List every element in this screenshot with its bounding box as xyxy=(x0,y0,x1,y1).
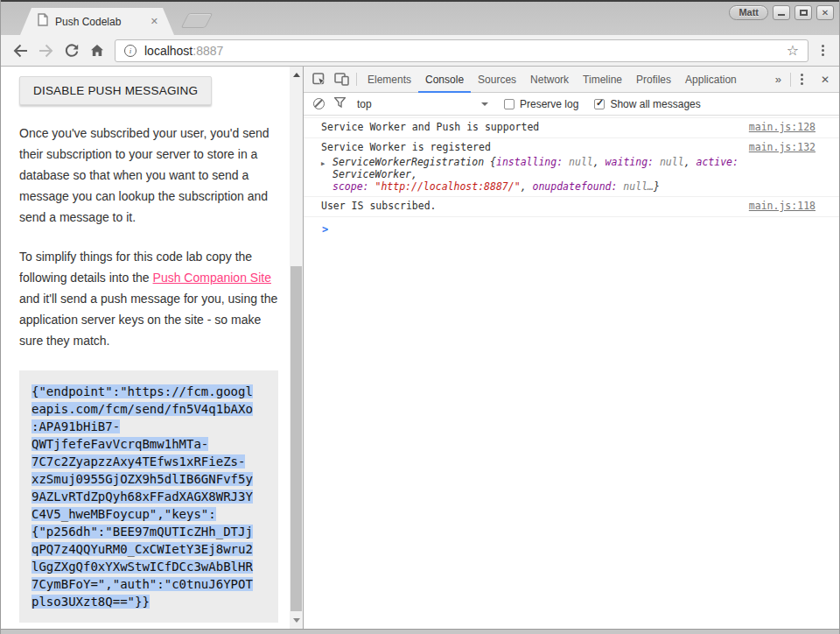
source-link[interactable]: main.js:118 xyxy=(749,200,816,213)
object-preview: ▶ServiceWorkerRegistration {installing: … xyxy=(321,156,747,193)
paragraph-companion: To simplify things for this code lab cop… xyxy=(19,246,278,351)
window-maximize-button[interactable] xyxy=(794,5,812,20)
object-value: ServiceWorker xyxy=(332,168,411,180)
console-message-text: Service Worker is registered xyxy=(321,141,491,153)
filter-icon[interactable] xyxy=(334,97,346,110)
window-frame-bottom xyxy=(1,629,839,634)
object-property: waiting: xyxy=(606,156,654,168)
scroll-up-arrow-icon[interactable] xyxy=(290,68,303,81)
address-bar[interactable]: i localhost:8887 ☆ xyxy=(115,39,808,62)
page-scrollbar[interactable] xyxy=(290,67,303,629)
window-minimize-button[interactable] xyxy=(773,5,790,20)
devtools-panel: Elements Console Sources Network Timelin… xyxy=(303,67,839,629)
object-brace: } xyxy=(654,180,660,193)
devtools-close-icon[interactable]: ✕ xyxy=(811,74,839,86)
url-text: localhost:8887 xyxy=(144,44,223,58)
object-separator: , xyxy=(684,156,696,168)
url-host: localhost xyxy=(144,44,192,58)
preserve-log-option[interactable]: Preserve log xyxy=(504,98,578,110)
forward-button[interactable] xyxy=(33,39,59,63)
divider xyxy=(790,73,791,87)
source-link[interactable]: main.js:132 xyxy=(749,141,816,154)
tab-application[interactable]: Application xyxy=(678,67,744,92)
object-property: active: xyxy=(696,156,738,168)
scroll-down-arrow-icon[interactable] xyxy=(290,614,303,626)
tab-close-icon[interactable]: ✕ xyxy=(149,15,160,28)
object-property: scope: xyxy=(332,180,369,193)
divider xyxy=(356,73,357,86)
paragraph-subscription: Once you've subscribed your user, you'd … xyxy=(19,123,278,228)
execution-context-label: top xyxy=(357,98,481,110)
object-property: onupdatefound: xyxy=(533,180,618,193)
content-area: DISABLE PUSH MESSAGING Once you've subsc… xyxy=(1,67,839,629)
console-log: Service Worker and Push is supported mai… xyxy=(304,116,839,629)
prompt-chevron-icon: > xyxy=(322,223,328,236)
object-brace: { xyxy=(484,156,496,168)
new-tab-button[interactable] xyxy=(181,13,214,28)
show-all-messages-label: Show all messages xyxy=(610,98,700,110)
object-property: installing: xyxy=(496,156,563,168)
window-close-button[interactable]: ✕ xyxy=(816,5,834,20)
console-prompt[interactable]: > xyxy=(304,217,839,236)
devtools-menu-icon[interactable] xyxy=(793,74,811,85)
profile-button[interactable]: Matt xyxy=(729,5,768,20)
selected-code-text: {"endpoint":"https://fcm.googl eapis.com… xyxy=(32,384,253,609)
object-separator: , xyxy=(593,156,606,168)
object-separator: , xyxy=(521,180,533,193)
page-favicon-icon xyxy=(38,13,48,30)
tab-network[interactable]: Network xyxy=(523,67,576,92)
web-page: DISABLE PUSH MESSAGING Once you've subsc… xyxy=(1,67,290,629)
show-all-messages-checkbox[interactable] xyxy=(594,99,605,109)
tab-strip: Push Codelab ✕ Matt ✕ xyxy=(1,0,839,35)
scrollbar-thumb[interactable] xyxy=(290,266,302,611)
devtools-tabbar-right: » ✕ xyxy=(768,67,839,92)
expand-triangle-icon[interactable]: ▶ xyxy=(321,158,325,170)
browser-tab[interactable]: Push Codelab ✕ xyxy=(20,8,174,35)
show-all-messages-option[interactable]: Show all messages xyxy=(594,98,700,110)
tab-elements[interactable]: Elements xyxy=(360,67,418,92)
browser-window: Push Codelab ✕ Matt ✕ i localhost:8887 ☆ xyxy=(0,0,840,634)
console-message: User IS subscribed. main.js:118 xyxy=(304,197,839,217)
console-message: Service Worker is registered main.js:132… xyxy=(304,138,839,197)
tab-profiles[interactable]: Profiles xyxy=(629,67,678,92)
push-companion-site-link[interactable]: Push Companion Site xyxy=(153,271,271,285)
subscription-code-block: {"endpoint":"https://fcm.googl eapis.com… xyxy=(19,370,278,623)
disable-push-button[interactable]: DISABLE PUSH MESSAGING xyxy=(19,76,212,105)
inspect-element-icon[interactable] xyxy=(307,67,330,92)
console-message: Service Worker and Push is supported mai… xyxy=(304,118,839,138)
object-value-null: null xyxy=(563,156,593,168)
back-button[interactable] xyxy=(8,39,33,63)
console-message-text: User IS subscribed. xyxy=(321,200,437,212)
tab-sources[interactable]: Sources xyxy=(471,67,523,92)
minimize-icon xyxy=(778,14,785,16)
device-toolbar-icon[interactable] xyxy=(330,67,353,92)
page-info-icon[interactable]: i xyxy=(124,45,136,57)
source-link[interactable]: main.js:128 xyxy=(749,121,816,134)
bookmark-star-icon[interactable]: ☆ xyxy=(787,44,799,58)
home-button[interactable] xyxy=(84,39,109,63)
object-class-name: ServiceWorkerRegistration xyxy=(332,156,484,168)
chevron-down-icon xyxy=(481,102,488,106)
reload-button[interactable] xyxy=(59,39,84,63)
window-controls: Matt ✕ xyxy=(729,5,834,20)
execution-context-selector[interactable]: top xyxy=(357,98,488,110)
devtools-tabbar: Elements Console Sources Network Timelin… xyxy=(304,67,839,93)
preserve-log-checkbox[interactable] xyxy=(504,99,514,109)
tab-title: Push Codelab xyxy=(55,16,149,28)
preserve-log-label: Preserve log xyxy=(520,98,578,110)
object-value-string: "http://localhost:8887/" xyxy=(369,180,521,193)
console-message-text: Service Worker and Push is supported xyxy=(321,121,539,133)
object-value-null: null xyxy=(654,156,684,168)
more-tabs-icon[interactable]: » xyxy=(768,73,788,86)
tab-timeline[interactable]: Timeline xyxy=(576,67,629,92)
tab-console[interactable]: Console xyxy=(418,67,471,92)
url-port: :8887 xyxy=(192,44,223,58)
clear-console-icon[interactable] xyxy=(313,98,325,109)
browser-menu-button[interactable] xyxy=(814,45,832,56)
console-toolbar: top Preserve log Show all messages xyxy=(304,93,839,116)
nav-toolbar: i localhost:8887 ☆ xyxy=(1,35,839,67)
paragraph-companion-suffix: and it'll send a push message for you, u… xyxy=(19,292,277,348)
object-value-null: null… xyxy=(617,180,654,193)
object-separator: , xyxy=(411,168,417,180)
maximize-icon xyxy=(800,10,808,16)
